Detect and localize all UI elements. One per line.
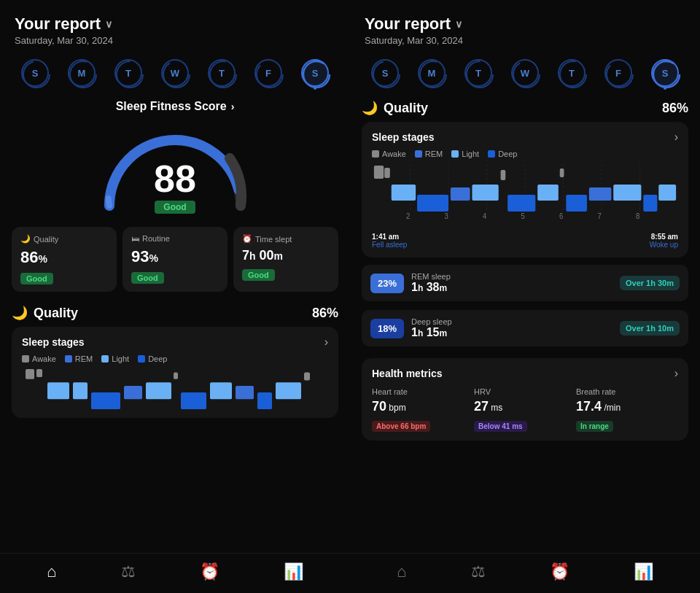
- right-health-arrow[interactable]: ›: [674, 367, 678, 380]
- right-health-card: Health metrics › Heart rate 70 bpm Above…: [362, 358, 688, 441]
- right-day-wed[interactable]: W: [511, 59, 539, 87]
- svg-point-26: [607, 61, 633, 88]
- svg-point-25: [560, 61, 586, 88]
- left-report-title[interactable]: Your report ∨: [15, 15, 335, 34]
- left-stages-arrow[interactable]: ›: [324, 336, 328, 349]
- deep-section: 18% Deep sleep 1h 15m Over 1h 10m: [350, 310, 700, 358]
- left-title-chevron[interactable]: ∨: [105, 18, 112, 30]
- right-day-sat[interactable]: S: [651, 59, 679, 87]
- rem-badge: Over 1h 30m: [620, 276, 680, 290]
- right-quality-section: 🌙 Quality 86% Sleep stages › Awake: [350, 94, 700, 262]
- svg-rect-44: [392, 185, 416, 201]
- right-day-thu[interactable]: T: [558, 59, 586, 87]
- svg-rect-53: [589, 187, 612, 201]
- svg-text:5: 5: [521, 212, 525, 220]
- svg-text:7: 7: [597, 212, 601, 220]
- svg-rect-49: [508, 195, 535, 212]
- rem-duration: 1h 38m: [411, 281, 612, 294]
- health-hrv-label: HRV: [474, 387, 576, 396]
- health-hrv-value: 27 ms: [474, 399, 576, 414]
- svg-point-6: [303, 61, 330, 88]
- health-hr-label: Heart rate: [372, 387, 474, 396]
- right-time-start: 1:41 am: [372, 233, 407, 241]
- right-stages-arrow[interactable]: ›: [674, 131, 678, 144]
- legend-deep: Deep: [138, 354, 167, 363]
- left-header: Your report ∨ Saturday, Mar 30, 2024: [0, 0, 350, 52]
- day-sat[interactable]: S: [301, 59, 329, 87]
- right-report-title[interactable]: Your report ∨: [365, 15, 685, 34]
- svg-rect-20: [304, 373, 310, 381]
- right-day-mon[interactable]: M: [418, 59, 446, 87]
- svg-text:4: 4: [483, 212, 487, 220]
- nav-home[interactable]: ⌂: [47, 562, 56, 581]
- left-quality-title: 🌙 Quality: [12, 305, 78, 321]
- metric-time-value: 7h 00m: [242, 248, 330, 263]
- svg-rect-42: [374, 166, 384, 179]
- nav-alarm[interactable]: ⏰: [200, 562, 219, 581]
- right-report-date: Saturday, Mar 30, 2024: [365, 35, 685, 46]
- metric-time[interactable]: ⏰Time slept 7h 00m Good: [233, 227, 338, 292]
- right-quality-header: 🌙 Quality 86%: [362, 100, 688, 116]
- day-fri[interactable]: F: [254, 59, 282, 87]
- metric-time-badge: Good: [242, 269, 275, 281]
- left-report-date: Saturday, Mar 30, 2024: [15, 35, 335, 46]
- fitness-arrow[interactable]: ›: [231, 101, 235, 112]
- svg-point-5: [257, 61, 283, 88]
- right-health-title: Health metrics: [372, 368, 442, 379]
- svg-point-3: [163, 61, 190, 88]
- svg-rect-51: [560, 168, 564, 177]
- metric-routine-value: 93%: [131, 247, 219, 266]
- metric-routine-badge: Good: [131, 272, 164, 284]
- svg-rect-17: [236, 386, 254, 399]
- svg-point-23: [467, 61, 493, 88]
- day-tue[interactable]: T: [114, 59, 142, 87]
- metric-time-title: ⏰Time slept: [242, 234, 330, 244]
- right-nav-home[interactable]: ⌂: [397, 562, 406, 581]
- right-day-fri[interactable]: F: [604, 59, 632, 87]
- svg-rect-16: [210, 382, 232, 399]
- fitness-label[interactable]: Sleep Fitness Score ›: [15, 100, 335, 113]
- right-quality-title: 🌙 Quality: [362, 100, 428, 116]
- svg-rect-7: [26, 369, 34, 379]
- rem-pct: 23%: [370, 274, 404, 293]
- nav-scale[interactable]: ⚖: [121, 562, 136, 581]
- svg-rect-48: [501, 170, 506, 180]
- svg-rect-8: [36, 369, 42, 377]
- svg-text:8: 8: [636, 212, 639, 220]
- svg-rect-46: [451, 187, 470, 201]
- right-stages-card: Sleep stages › Awake REM Light: [362, 122, 688, 257]
- right-health-header: Health metrics ›: [372, 367, 678, 380]
- right-bottom-nav: ⌂ ⚖ ⏰ 📊: [350, 553, 700, 593]
- svg-point-27: [653, 61, 680, 88]
- svg-text:3: 3: [444, 212, 448, 220]
- health-hrv-badge: Below 41 ms: [474, 421, 527, 432]
- right-legend-light: Light: [451, 150, 479, 158]
- day-sun[interactable]: S: [21, 59, 49, 87]
- nav-chart[interactable]: 📊: [284, 562, 303, 581]
- right-title-chevron[interactable]: ∨: [455, 18, 462, 30]
- day-wed[interactable]: W: [161, 59, 189, 87]
- right-nav-alarm[interactable]: ⏰: [550, 562, 569, 581]
- svg-rect-45: [417, 195, 448, 212]
- metric-routine-title: 🛏Routine: [131, 234, 219, 243]
- legend-light: Light: [101, 354, 129, 363]
- left-sleep-chart: [22, 369, 328, 409]
- left-quality-header: 🌙 Quality 86%: [12, 305, 338, 321]
- right-nav-chart[interactable]: 📊: [634, 562, 653, 581]
- svg-rect-14: [174, 373, 178, 379]
- right-day-tue[interactable]: T: [464, 59, 492, 87]
- gauge-container: 88 Good: [0, 122, 350, 217]
- metric-routine[interactable]: 🛏Routine 93% Good: [122, 227, 228, 292]
- day-mon[interactable]: M: [68, 59, 96, 87]
- svg-text:6: 6: [559, 212, 563, 220]
- svg-rect-56: [658, 185, 676, 201]
- metric-quality[interactable]: 🌙Quality 86% Good: [12, 227, 117, 292]
- svg-point-1: [70, 61, 96, 88]
- svg-rect-9: [47, 382, 69, 399]
- right-nav-scale[interactable]: ⚖: [471, 562, 486, 581]
- right-legend-rem: REM: [415, 150, 443, 158]
- health-breath: Breath rate 17.4 /min In range: [576, 387, 678, 432]
- health-hr-value: 70 bpm: [372, 399, 474, 414]
- right-day-sun[interactable]: S: [371, 59, 399, 87]
- day-thu[interactable]: T: [208, 59, 236, 87]
